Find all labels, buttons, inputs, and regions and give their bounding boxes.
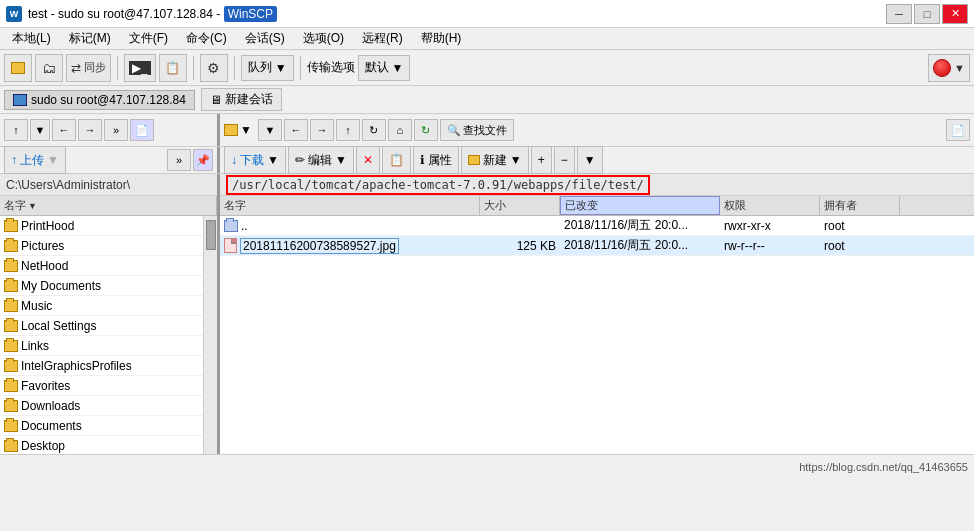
folder-icon-downloads (4, 400, 18, 412)
settings-button[interactable]: ⚙ (200, 54, 228, 82)
right-refresh2-button[interactable]: ↻ (414, 119, 438, 141)
properties-button[interactable]: ℹ 属性 (413, 146, 459, 174)
folder-icon-favorites (4, 380, 18, 392)
transfer-dropdown[interactable]: 默认 ▼ (358, 55, 411, 81)
copy-icon: 📋 (389, 153, 404, 167)
sync-button[interactable]: ⇄ 同步 (66, 54, 111, 82)
menu-remote[interactable]: 远程(R) (354, 28, 411, 49)
status-text: https://blog.csdn.net/qq_41463655 (799, 461, 968, 473)
right-refresh-button[interactable]: ↻ (362, 119, 386, 141)
winscp-logo (933, 59, 951, 77)
right-forward-button[interactable]: → (310, 119, 334, 141)
menu-command[interactable]: 命令(C) (178, 28, 235, 49)
delete-button[interactable]: ✕ (356, 146, 380, 174)
upload-label: 上传 (20, 152, 44, 169)
right-content: .. 2018/11/16/周五 20:0... rwxr-xr-x root … (220, 216, 974, 454)
right-row-jpg[interactable]: 20181116200738589527.jpg 125 KB 2018/11/… (220, 236, 974, 256)
jpg-filename: 20181116200738589527.jpg (240, 238, 399, 254)
left-nav-extra[interactable]: » (167, 149, 191, 171)
menu-bar: 本地(L) 标记(M) 文件(F) 命令(C) 会话(S) 选项(O) 远程(R… (0, 28, 974, 50)
edit-arrow: ▼ (335, 153, 347, 167)
queue-arrow: ▼ (275, 61, 287, 75)
transfer-options-label: 传输选项 (307, 59, 355, 76)
download-button[interactable]: ↓ 下载 ▼ (224, 146, 286, 174)
edit-icon: ✏ (295, 153, 305, 167)
copy-button[interactable]: 📋 (382, 146, 411, 174)
toolbar1: 🗂 ⇄ 同步 ▶_ 📋 ⚙ 队列 ▼ 传输选项 默认 ▼ ▼ (0, 50, 974, 86)
winscp-logo-button[interactable]: ▼ (928, 54, 970, 82)
left-item-favorites[interactable]: Favorites (0, 376, 203, 396)
remove-button[interactable]: − (554, 146, 575, 174)
title-text: test - sudo su root@47.107.128.84 - WinS… (28, 7, 277, 21)
left-item-pictures[interactable]: Pictures (0, 236, 203, 256)
left-scroll-thumb[interactable] (206, 220, 216, 250)
left-item-links[interactable]: Links (0, 336, 203, 356)
folder-icon-desktop (4, 440, 18, 452)
left-filter-button[interactable]: ▼ (30, 119, 50, 141)
edit-button[interactable]: ✏ 编辑 ▼ (288, 146, 354, 174)
menu-options[interactable]: 选项(O) (295, 28, 352, 49)
folder-action-button[interactable]: 🗂 (35, 54, 63, 82)
left-item-localsettings[interactable]: Local Settings (0, 316, 203, 336)
sort-button[interactable]: ▼ (577, 146, 603, 174)
left-item-nethood[interactable]: NetHood (0, 256, 203, 276)
upload-button[interactable]: ↑ 上传 ▼ (4, 146, 66, 174)
right-folder-icon (224, 124, 238, 136)
left-item-downloads[interactable]: Downloads (0, 396, 203, 416)
left-item-documents[interactable]: Documents (0, 416, 203, 436)
close-button[interactable]: ✕ (942, 4, 968, 24)
panels-row: C:\Users\Administrator\ 名字 ▼ PrintHood (0, 174, 974, 454)
right-extra-button[interactable]: 📄 (946, 119, 970, 141)
open-folder-button[interactable] (4, 54, 32, 82)
left-up-button[interactable]: ↑ (4, 119, 28, 141)
right-current-path: /usr/local/tomcat/apache-tomcat-7.0.91/w… (226, 175, 650, 195)
left-expand-button[interactable]: » (104, 119, 128, 141)
right-action-toolbar: ↓ 下载 ▼ ✏ 编辑 ▼ ✕ 📋 ℹ 属性 新建 ▼ + − (220, 147, 974, 173)
right-up-button[interactable]: ↑ (336, 119, 360, 141)
menu-local[interactable]: 本地(L) (4, 28, 59, 49)
right-folder-dropdown[interactable]: ▼ (240, 123, 252, 137)
right-header-date: 已改变 (560, 196, 720, 215)
maximize-button[interactable]: □ (914, 4, 940, 24)
folder-icon-parent (224, 220, 238, 232)
left-dock-btn[interactable]: 📌 (193, 149, 213, 171)
props-label: 属性 (428, 152, 452, 169)
right-filter-button[interactable]: ▼ (258, 119, 282, 141)
queue-dropdown[interactable]: 队列 ▼ (241, 55, 294, 81)
terminal-button[interactable]: ▶_ (124, 54, 156, 82)
right-back-button[interactable]: ← (284, 119, 308, 141)
left-forward-button[interactable]: → (78, 119, 102, 141)
sync-label: 同步 (84, 60, 106, 75)
downloads-label: Downloads (21, 399, 80, 413)
folder-icon-nethood (4, 260, 18, 272)
logo-arrow: ▼ (954, 62, 965, 74)
console-button[interactable]: 📋 (159, 54, 187, 82)
add-button[interactable]: + (531, 146, 552, 174)
right-home-button[interactable]: ⌂ (388, 119, 412, 141)
menu-mark[interactable]: 标记(M) (61, 28, 119, 49)
left-extra-button[interactable]: 📄 (130, 119, 154, 141)
left-item-mydocs[interactable]: My Documents (0, 276, 203, 296)
menu-session[interactable]: 会话(S) (237, 28, 293, 49)
new-button[interactable]: 新建 ▼ (461, 146, 529, 174)
right-row-parent[interactable]: .. 2018/11/16/周五 20:0... rwxr-xr-x root (220, 216, 974, 236)
left-item-intel[interactable]: IntelGraphicsProfiles (0, 356, 203, 376)
minimize-button[interactable]: ─ (886, 4, 912, 24)
menu-file[interactable]: 文件(F) (121, 28, 176, 49)
folder-icon-intel (4, 360, 18, 372)
menu-help[interactable]: 帮助(H) (413, 28, 470, 49)
session-tab[interactable]: sudo su root@47.107.128.84 (4, 90, 195, 110)
left-item-desktop[interactable]: Desktop (0, 436, 203, 454)
left-panel-inner: PrintHood Pictures NetHood (0, 216, 217, 454)
folder-icon-documents (4, 420, 18, 432)
left-back-button[interactable]: ← (52, 119, 76, 141)
left-item-printhood[interactable]: PrintHood (0, 216, 203, 236)
title-prefix: test - sudo su root@47.107.128.84 - (28, 7, 224, 21)
left-item-music[interactable]: Music (0, 296, 203, 316)
left-tree-scroll[interactable]: PrintHood Pictures NetHood (0, 216, 203, 454)
left-scrollbar[interactable] (203, 216, 217, 454)
new-session-label: 新建会话 (225, 91, 273, 108)
new-session-button[interactable]: 🖥 新建会话 (201, 88, 282, 111)
right-search-button[interactable]: 🔍 查找文件 (440, 119, 514, 141)
title-highlight: WinSCP (224, 6, 277, 22)
